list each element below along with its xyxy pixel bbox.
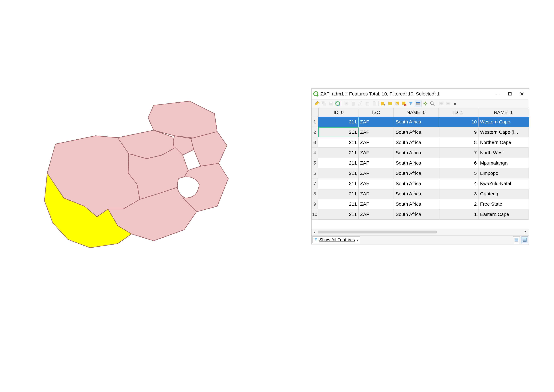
cell-name1[interactable]: Western Cape (i... [478, 127, 529, 137]
table-row[interactable]: 10211ZAFSouth Africa1Eastern Cape [312, 209, 529, 220]
cell-name0[interactable]: South Africa [394, 178, 439, 189]
reload-icon[interactable] [335, 100, 341, 106]
row-number[interactable]: 3 [312, 137, 318, 147]
cell-id1[interactable]: 5 [439, 168, 478, 178]
toggle-editing-icon[interactable] [314, 100, 320, 106]
move-selection-to-top-icon[interactable] [415, 100, 422, 107]
cell-id1[interactable]: 3 [439, 189, 478, 199]
cell-name0[interactable]: South Africa [394, 148, 439, 158]
close-button[interactable] [518, 90, 526, 98]
cut-icon[interactable] [357, 100, 363, 106]
filter-dropdown[interactable]: Show All Features [312, 237, 360, 243]
toolbar-overflow-button[interactable]: » [452, 101, 458, 106]
select-by-expression-icon[interactable]: ε [380, 100, 386, 106]
cell-iso[interactable]: ZAF [359, 178, 394, 189]
row-number[interactable]: 4 [312, 148, 318, 158]
save-edits-icon[interactable] [328, 100, 334, 106]
cell-id1[interactable]: 4 [439, 178, 478, 189]
table-row[interactable]: 6211ZAFSouth Africa5Limpopo [312, 168, 529, 178]
row-number[interactable]: 8 [312, 189, 318, 199]
cell-name1[interactable]: Mpumalanga [478, 158, 529, 168]
add-feature-icon[interactable]: + [343, 100, 349, 106]
minimize-button[interactable] [494, 90, 502, 98]
cell-iso[interactable]: ZAF [359, 117, 394, 127]
table-row[interactable]: 4211ZAFSouth Africa7North West [312, 148, 529, 158]
cell-name1[interactable]: Gauteng [478, 189, 529, 199]
row-number-header[interactable] [312, 108, 319, 117]
scroll-left-icon[interactable] [312, 231, 318, 233]
form-view-icon[interactable] [513, 237, 520, 243]
cell-id1[interactable]: 7 [439, 148, 478, 158]
cell-name1[interactable]: Eastern Cape [478, 209, 529, 219]
horizontal-scrollbar[interactable] [312, 229, 529, 235]
pan-to-selected-icon[interactable] [422, 100, 429, 106]
cell-name0[interactable]: South Africa [394, 117, 439, 127]
cell-name1[interactable]: Northern Cape [478, 137, 529, 147]
multiedit-icon[interactable] [321, 100, 327, 106]
titlebar[interactable]: ZAF_adm1 :: Features Total: 10, Filtered… [312, 89, 529, 99]
cell-id0[interactable]: 211 [318, 117, 359, 127]
cell-iso[interactable]: ZAF [359, 209, 394, 219]
maximize-button[interactable] [506, 90, 514, 98]
table-row[interactable]: 1211ZAFSouth Africa10Western Cape [312, 117, 529, 127]
table-row[interactable]: 8211ZAFSouth Africa3Gauteng [312, 189, 529, 199]
cell-id1[interactable]: 1 [439, 209, 478, 219]
table-row[interactable]: 2211ZAFSouth Africa9Western Cape (i... [312, 127, 529, 137]
cell-name0[interactable]: South Africa [394, 158, 439, 168]
cell-iso[interactable]: ZAF [359, 189, 394, 199]
table-row[interactable]: 5211ZAFSouth Africa6Mpumalanga [312, 158, 529, 168]
cell-iso[interactable]: ZAF [359, 137, 394, 147]
cell-id0[interactable]: 211 [318, 158, 359, 168]
scroll-right-icon[interactable] [523, 231, 529, 233]
delete-selected-icon[interactable] [350, 100, 356, 106]
invert-selection-icon[interactable] [394, 100, 400, 106]
cell-name0[interactable]: South Africa [394, 168, 439, 178]
cell-iso[interactable]: ZAF [359, 168, 394, 178]
cell-name0[interactable]: South Africa [394, 137, 439, 147]
cell-id1[interactable]: 6 [439, 158, 478, 168]
new-field-icon[interactable] [438, 100, 444, 106]
scrollbar-track[interactable] [318, 231, 523, 233]
cell-name0[interactable]: South Africa [394, 209, 439, 219]
cell-id0[interactable]: 211 [318, 127, 359, 137]
row-number[interactable]: 9 [312, 199, 318, 209]
row-number[interactable]: 2 [312, 127, 318, 137]
cell-id0[interactable]: 211 [318, 178, 359, 189]
cell-name1[interactable]: Limpopo [478, 168, 529, 178]
row-number[interactable]: 6 [312, 168, 318, 178]
deselect-all-icon[interactable] [401, 100, 407, 106]
cell-id0[interactable]: 211 [318, 168, 359, 178]
cell-iso[interactable]: ZAF [359, 158, 394, 168]
cell-name0[interactable]: South Africa [394, 127, 439, 137]
column-header[interactable]: ISO [359, 108, 394, 117]
cell-name1[interactable]: Free State [478, 199, 529, 209]
cell-iso[interactable]: ZAF [359, 148, 394, 158]
cell-id0[interactable]: 211 [318, 189, 359, 199]
cell-id0[interactable]: 211 [318, 209, 359, 219]
cell-id0[interactable]: 211 [318, 199, 359, 209]
cell-iso[interactable]: ZAF [359, 127, 394, 137]
column-header[interactable]: NAME_1 [478, 108, 529, 117]
cell-id0[interactable]: 211 [318, 137, 359, 147]
cell-name1[interactable]: Western Cape [478, 117, 529, 127]
scrollbar-thumb[interactable] [318, 231, 437, 233]
zoom-to-selected-icon[interactable] [429, 100, 435, 106]
cell-name1[interactable]: KwaZulu-Natal [478, 178, 529, 189]
map-canvas[interactable] [32, 90, 259, 256]
table-view-icon[interactable] [521, 237, 528, 243]
cell-id1[interactable]: 10 [439, 117, 478, 127]
cell-name1[interactable]: North West [478, 148, 529, 158]
column-header[interactable]: ID_0 [319, 108, 359, 117]
row-number[interactable]: 1 [312, 117, 318, 127]
cell-iso[interactable]: ZAF [359, 199, 394, 209]
cell-name0[interactable]: South Africa [394, 199, 439, 209]
cell-id1[interactable]: 2 [439, 199, 478, 209]
paste-icon[interactable] [371, 100, 377, 106]
select-all-icon[interactable] [387, 100, 393, 106]
table-row[interactable]: 9211ZAFSouth Africa2Free State [312, 199, 529, 209]
filter-selection-icon[interactable] [408, 100, 414, 106]
column-header[interactable]: ID_1 [439, 108, 478, 117]
row-number[interactable]: 7 [312, 178, 318, 189]
row-number[interactable]: 10 [312, 209, 318, 219]
cell-id0[interactable]: 211 [318, 148, 359, 158]
